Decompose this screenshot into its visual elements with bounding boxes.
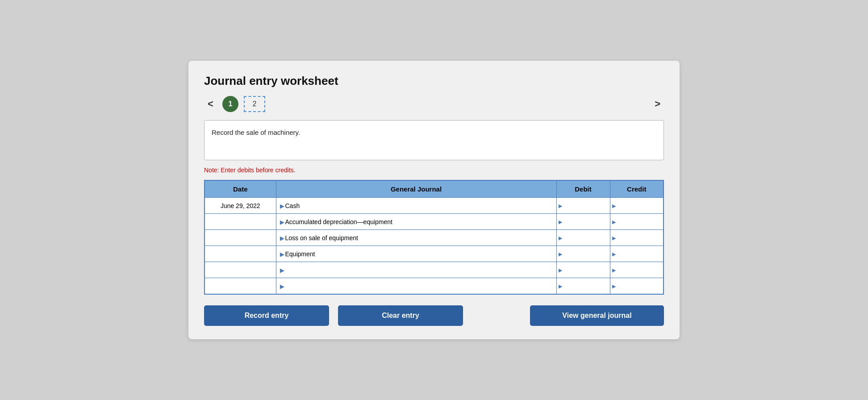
credit-cell[interactable]	[610, 262, 664, 278]
table-row: June 29, 2022▶Cash	[204, 198, 664, 214]
account-cell[interactable]: ▶	[276, 262, 556, 278]
account-cell[interactable]: ▶Loss on sale of equipment	[276, 230, 556, 246]
date-cell[interactable]	[204, 278, 276, 294]
view-general-journal-button[interactable]: View general journal	[530, 305, 664, 326]
table-row: ▶Accumulated depreciation—equipment	[204, 214, 664, 230]
date-cell[interactable]	[204, 214, 276, 230]
account-cell[interactable]: ▶Accumulated depreciation—equipment	[276, 214, 556, 230]
table-row: ▶	[204, 278, 664, 294]
clear-entry-button[interactable]: Clear entry	[338, 305, 463, 326]
journal-table: Date General Journal Debit Credit June 2…	[204, 180, 664, 295]
credit-cell[interactable]	[610, 278, 664, 294]
debit-cell[interactable]	[556, 246, 610, 262]
header-date: Date	[204, 180, 276, 198]
account-cell[interactable]: ▶Equipment	[276, 246, 556, 262]
date-cell[interactable]: June 29, 2022	[204, 198, 276, 214]
table-row: ▶Loss on sale of equipment	[204, 230, 664, 246]
credit-cell[interactable]	[610, 198, 664, 214]
account-cell[interactable]: ▶Cash	[276, 198, 556, 214]
header-credit: Credit	[610, 180, 664, 198]
next-button[interactable]: >	[651, 97, 664, 111]
account-cell[interactable]: ▶	[276, 278, 556, 294]
debit-cell[interactable]	[556, 230, 610, 246]
prev-button[interactable]: <	[204, 97, 217, 111]
credit-cell[interactable]	[610, 230, 664, 246]
navigation-row: < 1 2 >	[204, 96, 664, 112]
date-cell[interactable]	[204, 246, 276, 262]
credit-cell[interactable]	[610, 214, 664, 230]
note-text: Note: Enter debits before credits.	[204, 167, 664, 174]
debit-cell[interactable]	[556, 262, 610, 278]
credit-cell[interactable]	[610, 246, 664, 262]
instruction-box: Record the sale of machinery.	[204, 120, 664, 160]
instruction-text: Record the sale of machinery.	[212, 129, 300, 136]
step2-indicator[interactable]: 2	[244, 96, 265, 112]
debit-cell[interactable]	[556, 198, 610, 214]
header-debit: Debit	[556, 180, 610, 198]
table-row: ▶Equipment	[204, 246, 664, 262]
record-entry-button[interactable]: Record entry	[204, 305, 329, 326]
step1-indicator: 1	[222, 96, 238, 112]
date-cell[interactable]	[204, 230, 276, 246]
header-general-journal: General Journal	[276, 180, 556, 198]
debit-cell[interactable]	[556, 278, 610, 294]
buttons-row: Record entry Clear entry View general jo…	[204, 305, 664, 326]
debit-cell[interactable]	[556, 214, 610, 230]
date-cell[interactable]	[204, 262, 276, 278]
worksheet-container: Journal entry worksheet < 1 2 > Record t…	[188, 61, 680, 339]
page-title: Journal entry worksheet	[204, 74, 664, 88]
table-row: ▶	[204, 262, 664, 278]
